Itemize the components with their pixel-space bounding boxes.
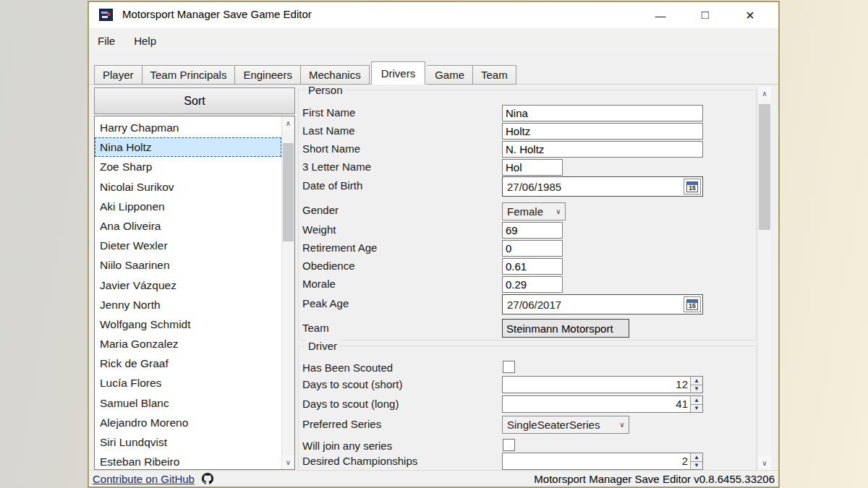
date-of-birth-value: 27/06/1985 — [503, 181, 684, 193]
list-item[interactable]: Dieter Wexler — [95, 236, 281, 255]
desired-championships-label: Desired Championships — [302, 455, 417, 467]
will-join-any-series-label: Will join any series — [302, 440, 392, 452]
calendar-icon[interactable]: 15 — [684, 296, 701, 312]
retirement-age-label: Retirement Age — [302, 241, 377, 254]
spin-down-icon[interactable]: ▼ — [691, 462, 702, 470]
version-text: Motorsport Manager Save Editor v0.8.6455… — [534, 473, 775, 485]
days-to-scout-short-label: Days to scout (short) — [302, 378, 402, 390]
spin-down-icon[interactable]: ▼ — [691, 405, 702, 413]
three-letter-name-label: 3 Letter Name — [302, 160, 371, 173]
days-to-scout-short-stepper[interactable]: 12 ▲ ▼ — [502, 376, 703, 393]
days-to-scout-long-stepper[interactable]: 41 ▲ ▼ — [502, 395, 703, 413]
morale-field[interactable] — [502, 276, 563, 293]
gender-value: Female — [503, 205, 552, 218]
calendar-icon[interactable]: 15 — [684, 179, 701, 194]
tab-game[interactable]: Game — [427, 65, 473, 85]
list-item[interactable]: Aki Lipponen — [95, 197, 281, 216]
main-scroll-down-icon[interactable]: ∨ — [758, 456, 771, 470]
tab-mechanics[interactable]: Mechanics — [301, 65, 370, 85]
list-item[interactable]: Siri Lundqvist — [95, 432, 281, 452]
desired-championships-stepper[interactable]: 2 ▲ ▼ — [502, 453, 703, 470]
github-link[interactable]: Contribute on GitHub — [93, 473, 195, 485]
short-name-field[interactable] — [502, 141, 703, 158]
days-to-scout-long-value: 41 — [503, 396, 690, 412]
minimize-icon[interactable]: — — [638, 2, 683, 28]
main-scroll-up-icon[interactable]: ∧ — [758, 87, 771, 100]
tab-bar: PlayerTeam PrincipalsEngineersMechanicsD… — [94, 61, 516, 85]
main-scrollbar-thumb[interactable] — [759, 104, 770, 230]
maximize-icon[interactable]: □ — [683, 2, 728, 28]
driver-listbox: Harry ChapmanNina HoltzZoe SharpNicolai … — [94, 116, 295, 470]
last-name-label: Last Name — [302, 124, 355, 137]
spin-up-icon[interactable]: ▲ — [691, 377, 702, 385]
chevron-down-icon: ∨ — [616, 421, 629, 429]
three-letter-name-field[interactable] — [502, 159, 563, 176]
list-item[interactable]: Nicolai Surikov — [95, 177, 281, 197]
list-scroll-down-icon[interactable]: ∨ — [282, 455, 294, 469]
title-bar: Motorsport Manager Save Game Editor — □ … — [89, 2, 778, 28]
has-been-scouted-label: Has Been Scouted — [302, 361, 393, 374]
tab-player[interactable]: Player — [94, 65, 142, 85]
desired-championships-value: 2 — [503, 453, 690, 469]
list-item[interactable]: Maria Gonzalez — [95, 334, 281, 354]
gender-select[interactable]: Female ∨ — [502, 202, 566, 221]
short-name-label: Short Name — [302, 142, 360, 155]
spin-up-icon[interactable]: ▲ — [691, 396, 702, 405]
obedience-label: Obedience — [302, 260, 355, 272]
retirement-age-field[interactable] — [502, 240, 563, 257]
menu-file[interactable]: File — [98, 35, 115, 47]
tab-team[interactable]: Team — [473, 65, 516, 85]
list-item[interactable]: Lucía Flores — [95, 373, 281, 393]
driver-group: Driver Has Been Scouted Days to scout (s… — [298, 346, 757, 474]
app-window: Motorsport Manager Save Game Editor — □ … — [88, 1, 780, 488]
menu-bar: File Help — [89, 28, 778, 53]
days-to-scout-long-label: Days to scout (long) — [302, 398, 399, 410]
preferred-series-label: Preferred Series — [302, 418, 381, 430]
driver-list-items: Harry ChapmanNina HoltzZoe SharpNicolai … — [95, 118, 281, 470]
status-bar: Contribute on GitHub Motorsport Manager … — [89, 470, 778, 487]
list-item[interactable]: Ana Oliveira — [95, 216, 281, 236]
list-item[interactable]: Niilo Saarinen — [95, 255, 281, 275]
github-icon — [201, 472, 214, 485]
list-item[interactable]: Jenny North — [95, 295, 281, 314]
list-item[interactable]: Nina Holtz — [95, 137, 281, 157]
list-item[interactable]: Wolfgang Schmidt — [95, 314, 281, 334]
tab-drivers[interactable]: Drivers — [371, 61, 426, 85]
list-item[interactable]: Esteban Ribeiro — [95, 452, 281, 470]
team-button[interactable]: Steinmann Motorsport — [502, 319, 629, 338]
menu-help[interactable]: Help — [134, 35, 156, 47]
list-item[interactable]: Harry Chapman — [95, 118, 281, 137]
preferred-series-value: SingleSeaterSeries — [503, 419, 616, 431]
sort-button[interactable]: Sort — [94, 87, 295, 114]
chevron-down-icon: ∨ — [552, 207, 565, 215]
list-item[interactable]: Alejandro Moreno — [95, 413, 281, 432]
days-to-scout-short-value: 12 — [503, 377, 690, 393]
driver-group-label: Driver — [305, 340, 340, 352]
list-scrollbar[interactable]: ∧ ∨ — [281, 116, 294, 469]
will-join-any-series-checkbox[interactable] — [503, 439, 515, 451]
spin-down-icon[interactable]: ▼ — [691, 385, 702, 393]
list-item[interactable]: Zoe Sharp — [95, 157, 281, 176]
first-name-field[interactable] — [502, 105, 703, 121]
list-item[interactable]: Rick de Graaf — [95, 354, 281, 373]
tab-engineers[interactable]: Engineers — [235, 65, 301, 85]
main-scrollbar[interactable]: ∧ ∨ — [757, 87, 771, 470]
obedience-field[interactable] — [502, 258, 563, 275]
preferred-series-select[interactable]: SingleSeaterSeries ∨ — [502, 416, 629, 434]
close-icon[interactable]: ✕ — [728, 2, 773, 28]
list-scrollbar-thumb[interactable] — [283, 143, 294, 241]
tab-team-principals[interactable]: Team Principals — [142, 65, 236, 85]
list-item[interactable]: Samuel Blanc — [95, 393, 281, 413]
last-name-field[interactable] — [502, 123, 703, 140]
list-item[interactable]: Javier Vázquez — [95, 275, 281, 295]
weight-field[interactable] — [502, 222, 563, 239]
peak-age-picker[interactable]: 27/06/2017 15 — [502, 294, 703, 314]
has-been-scouted-checkbox[interactable] — [503, 361, 515, 373]
list-scroll-up-icon[interactable]: ∧ — [282, 116, 294, 130]
app-icon — [99, 9, 113, 21]
date-of-birth-picker[interactable]: 27/06/1985 15 — [502, 176, 703, 197]
person-group-label: Person — [305, 84, 346, 96]
morale-label: Morale — [302, 278, 336, 290]
gender-label: Gender — [302, 204, 339, 216]
spin-up-icon[interactable]: ▲ — [691, 453, 702, 462]
